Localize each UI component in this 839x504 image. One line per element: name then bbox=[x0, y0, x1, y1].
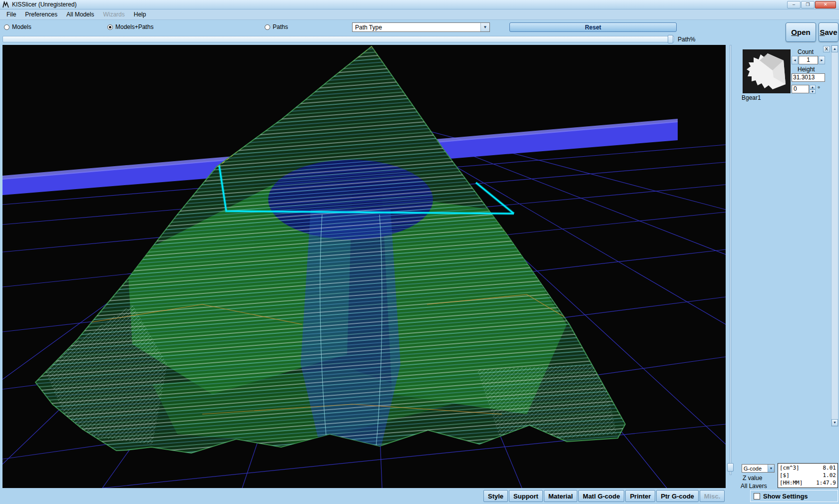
count-increment-icon[interactable]: ► bbox=[819, 56, 825, 64]
print-stats: [cm^3]8.01 [$]1.02 [HH:MM]1:47.9 bbox=[778, 463, 838, 488]
path-percent-row: Path% bbox=[0, 34, 839, 45]
radio-circle-icon bbox=[107, 24, 113, 30]
model-thumbnail[interactable] bbox=[743, 49, 791, 93]
close-button[interactable]: ✕ bbox=[815, 1, 836, 8]
radio-models[interactable]: Models bbox=[4, 23, 31, 30]
toolbar: Models Models+Paths Paths Path Type ▼ Re… bbox=[0, 20, 839, 34]
panel-close-button[interactable]: X bbox=[823, 46, 830, 52]
path-percent-slider[interactable] bbox=[2, 36, 674, 42]
show-settings-label: Show Settings bbox=[763, 493, 808, 500]
stat-time: [HH:MM]1:47.9 bbox=[780, 479, 836, 487]
model-panel: X ▲ ▼ Count ◄ 1 ► Height 31.3013 0 ▲ ▼ °… bbox=[740, 45, 839, 488]
model-name: Bgear1 bbox=[742, 94, 761, 101]
stat-volume: [cm^3]8.01 bbox=[780, 464, 836, 472]
height-field[interactable]: 31.3013 bbox=[792, 73, 825, 82]
radio-paths-label: Paths bbox=[273, 23, 288, 30]
rotation-up-icon[interactable]: ▲ bbox=[810, 85, 816, 89]
gcode-dropdown-value: G-code bbox=[742, 466, 768, 472]
path-type-dropdown[interactable]: Path Type ▼ bbox=[352, 22, 490, 32]
count-decrement-icon[interactable]: ◄ bbox=[792, 56, 798, 64]
maximize-button[interactable]: ❐ bbox=[801, 1, 815, 8]
title-bar: KISSlicer (Unregistered) – ❐ ✕ bbox=[0, 0, 839, 9]
tab-printer[interactable]: Printer bbox=[625, 490, 655, 502]
menu-preferences[interactable]: Preferences bbox=[20, 10, 62, 19]
tab-support[interactable]: Support bbox=[509, 490, 543, 502]
rotation-unit: ° bbox=[818, 85, 820, 92]
show-settings-checkbox[interactable] bbox=[754, 493, 760, 500]
menu-wizards[interactable]: Wizards bbox=[98, 10, 129, 19]
menu-all-models[interactable]: All Models bbox=[62, 10, 98, 19]
radio-models-paths[interactable]: Models+Paths bbox=[107, 23, 153, 30]
layer-slider-thumb[interactable] bbox=[727, 463, 734, 472]
rotation-field[interactable]: 0 bbox=[792, 85, 809, 93]
layer-slider-track bbox=[730, 45, 732, 475]
menu-file[interactable]: File bbox=[2, 10, 20, 19]
menu-bar: File Preferences All Models Wizards Help bbox=[0, 9, 839, 20]
panel-scrollbar[interactable]: ▲ ▼ bbox=[831, 45, 839, 427]
reset-button[interactable]: Reset bbox=[509, 22, 677, 32]
path-percent-label: Path% bbox=[678, 36, 695, 43]
stat-cost: [$]1.02 bbox=[780, 472, 836, 479]
chevron-down-icon: ▼ bbox=[768, 465, 774, 472]
3d-viewport[interactable] bbox=[2, 45, 726, 488]
radio-circle-icon bbox=[4, 24, 9, 30]
minimize-button[interactable]: – bbox=[787, 1, 801, 8]
tab-matl-gcode[interactable]: Matl G-code bbox=[578, 490, 624, 502]
model-thumbnail-gear bbox=[747, 53, 786, 89]
count-label: Count bbox=[798, 48, 814, 55]
count-field[interactable]: 1 bbox=[799, 56, 818, 64]
settings-tabs: Style Support Material Matl G-code Print… bbox=[483, 490, 725, 502]
scroll-up-icon[interactable]: ▲ bbox=[832, 45, 838, 52]
radio-models-paths-label: Models+Paths bbox=[115, 23, 153, 30]
height-label: Height bbox=[798, 66, 815, 73]
tab-style[interactable]: Style bbox=[483, 490, 508, 502]
window-title: KISSlicer (Unregistered) bbox=[12, 1, 76, 8]
show-settings-toggle[interactable]: Show Settings bbox=[750, 490, 838, 502]
radio-models-label: Models bbox=[12, 23, 31, 30]
layer-slider[interactable] bbox=[727, 45, 734, 475]
app-icon bbox=[2, 1, 9, 8]
bottom-bar: Style Support Material Matl G-code Print… bbox=[0, 488, 839, 504]
radio-paths[interactable]: Paths bbox=[265, 23, 288, 30]
tab-ptr-gcode[interactable]: Ptr G-code bbox=[656, 490, 698, 502]
scroll-down-icon[interactable]: ▼ bbox=[832, 419, 838, 426]
radio-circle-icon bbox=[265, 24, 270, 30]
z-value-label: Z value bbox=[743, 475, 762, 482]
gcode-dropdown[interactable]: G-code ▼ bbox=[742, 464, 775, 473]
menu-help[interactable]: Help bbox=[129, 10, 151, 19]
crosshatch-region bbox=[477, 364, 617, 444]
tab-misc[interactable]: Misc. bbox=[700, 490, 725, 502]
chevron-down-icon: ▼ bbox=[480, 23, 489, 31]
tab-material[interactable]: Material bbox=[544, 490, 577, 502]
window-controls: – ❐ ✕ bbox=[787, 1, 837, 8]
path-percent-slider-thumb[interactable] bbox=[668, 35, 673, 43]
rotation-down-icon[interactable]: ▼ bbox=[810, 89, 816, 94]
path-type-value: Path Type bbox=[353, 24, 480, 31]
